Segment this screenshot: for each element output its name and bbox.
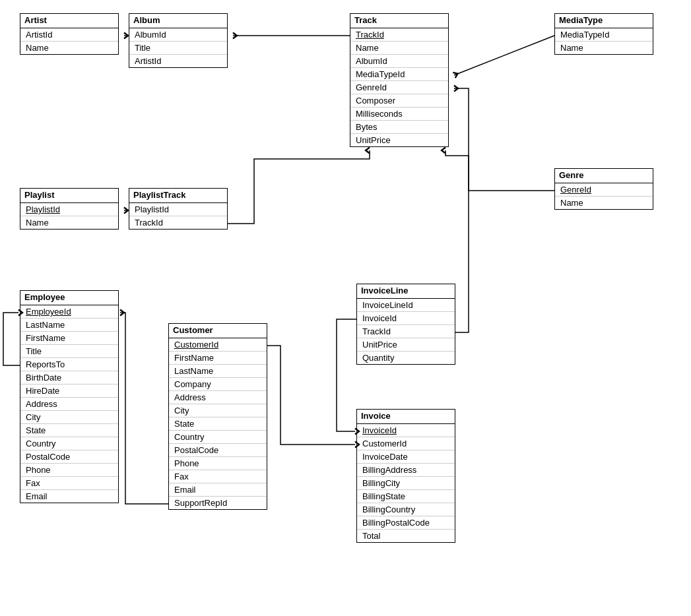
table-mediatype: MediaTypeMediaTypeIdName [554,13,653,55]
field-billingstate: BillingState [357,490,455,503]
field-invoiceid: InvoiceId [357,424,455,437]
table-customer: CustomerCustomerIdFirstNameLastNameCompa… [168,323,267,510]
table-album: AlbumAlbumIdTitleArtistId [129,13,228,68]
field-address: Address [20,398,118,411]
field-invoicedate: InvoiceDate [357,450,455,464]
table-title-playlisttrack: PlaylistTrack [129,189,227,202]
field-trackid: TrackId [357,325,455,338]
field-email: Email [20,490,118,503]
field-customerid: CustomerId [169,338,267,352]
field-supportrepid: SupportRepId [169,497,267,509]
table-invoiceline: InvoiceLineInvoiceLineIdInvoiceIdTrackId… [356,284,455,365]
table-artist: ArtistArtistIdName [20,13,119,55]
table-title-mediatype: MediaType [555,14,653,28]
table-employee: EmployeeEmployeeIdLastNameFirstNameTitle… [20,290,119,503]
field-birthdate: BirthDate [20,371,118,385]
field-total: Total [357,530,455,542]
field-city: City [20,411,118,424]
field-hiredate: HireDate [20,385,118,398]
table-title-invoice: Invoice [357,410,455,423]
field-trackid: TrackId [350,28,448,42]
table-title-playlist: Playlist [20,189,118,202]
table-title-customer: Customer [169,324,267,338]
field-mediatypeid: MediaTypeId [350,68,448,81]
field-phone: Phone [20,464,118,477]
field-firstname: FirstName [169,352,267,365]
field-invoicelineid: InvoiceLineId [357,299,455,312]
table-playlisttrack: PlaylistTrackPlaylistIdTrackId [129,188,228,230]
field-country: Country [169,431,267,444]
table-title-artist: Artist [20,14,118,28]
field-country: Country [20,437,118,450]
field-title: Title [20,345,118,358]
field-phone: Phone [169,457,267,470]
table-title-genre: Genre [555,169,653,183]
field-name: Name [20,216,118,229]
field-artistid: ArtistId [129,55,227,67]
field-name: Name [350,42,448,55]
table-invoice: InvoiceInvoiceIdCustomerIdInvoiceDateBil… [356,409,455,543]
field-invoiceid: InvoiceId [357,312,455,325]
field-quantity: Quantity [357,352,455,364]
field-composer: Composer [350,94,448,108]
field-billingaddress: BillingAddress [357,464,455,477]
field-name: Name [20,42,118,54]
table-title-album: Album [129,14,227,28]
field-billingcity: BillingCity [357,477,455,490]
field-postalcode: PostalCode [20,450,118,464]
field-lastname: LastName [169,365,267,378]
table-playlist: PlaylistPlaylistIdName [20,188,119,230]
field-bytes: Bytes [350,121,448,134]
table-title-track: Track [350,14,448,28]
field-city: City [169,404,267,417]
erd-diagram: ArtistArtistIdNameAlbumAlbumIdTitleArtis… [0,0,691,616]
field-employeeid: EmployeeId [20,305,118,319]
field-mediatypeid: MediaTypeId [555,28,653,42]
field-billingpostalcode: BillingPostalCode [357,516,455,530]
field-lastname: LastName [20,319,118,332]
field-playlistid: PlaylistId [20,203,118,216]
field-reportsto: ReportsTo [20,358,118,371]
field-playlistid: PlaylistId [129,203,227,216]
table-title-invoiceline: InvoiceLine [357,284,455,298]
field-state: State [20,424,118,437]
field-name: Name [555,42,653,54]
field-state: State [169,417,267,431]
field-genreid: GenreId [555,183,653,197]
field-postalcode: PostalCode [169,444,267,457]
field-artistid: ArtistId [20,28,118,42]
field-customerid: CustomerId [357,437,455,450]
field-milliseconds: Milliseconds [350,108,448,121]
field-email: Email [169,483,267,497]
field-trackid: TrackId [129,216,227,229]
table-title-employee: Employee [20,291,118,305]
field-fax: Fax [20,477,118,490]
field-name: Name [555,197,653,209]
field-fax: Fax [169,470,267,483]
field-unitprice: UnitPrice [357,338,455,352]
field-address: Address [169,391,267,404]
field-albumid: AlbumId [129,28,227,42]
field-title: Title [129,42,227,55]
field-albumid: AlbumId [350,55,448,68]
field-firstname: FirstName [20,332,118,345]
field-genreid: GenreId [350,81,448,94]
table-track: TrackTrackIdNameAlbumIdMediaTypeIdGenreI… [350,13,449,147]
field-company: Company [169,378,267,391]
field-billingcountry: BillingCountry [357,503,455,516]
table-genre: GenreGenreIdName [554,168,653,210]
field-unitprice: UnitPrice [350,134,448,146]
